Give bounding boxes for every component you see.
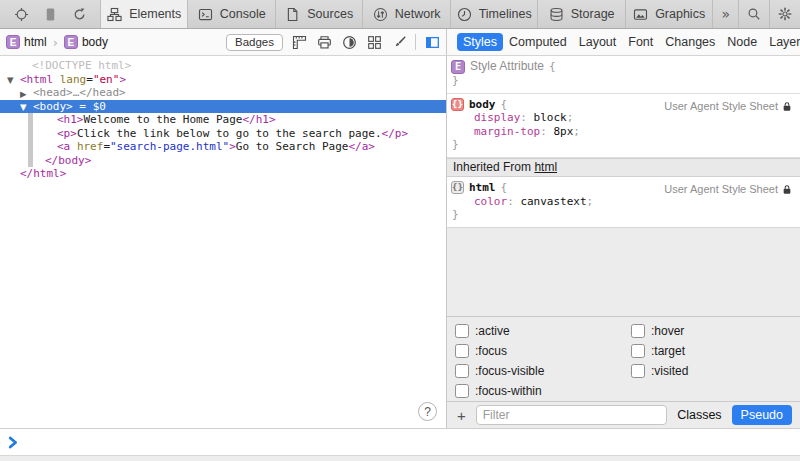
tab-layers[interactable]: Layers bbox=[763, 33, 800, 51]
code-token: </a> bbox=[348, 140, 375, 153]
lock-icon bbox=[782, 101, 792, 112]
code-token: </html> bbox=[20, 167, 66, 180]
dom-tree-row[interactable]: <p>Click the link below to go to the sea… bbox=[0, 127, 446, 141]
code-token: <a bbox=[57, 140, 70, 153]
device-icon[interactable] bbox=[41, 5, 59, 23]
children-indent-guide bbox=[28, 113, 33, 167]
pseudo-toggle-hover[interactable]: :hover bbox=[631, 324, 688, 338]
dom-tree-row[interactable]: <h1>Welcome to the Home Page</h1> bbox=[0, 113, 446, 127]
tab-label: Console bbox=[220, 7, 266, 21]
css-rule-html: {}html{User Agent Style Sheetcolor: canv… bbox=[447, 177, 800, 227]
open-brace: { bbox=[501, 181, 508, 195]
add-rule-button[interactable]: + bbox=[455, 407, 468, 424]
pseudo-toggle-target[interactable]: :target bbox=[631, 344, 688, 358]
dom-tree-row[interactable]: <!DOCTYPE html> bbox=[0, 59, 446, 73]
dom-tree-row[interactable]: </html> bbox=[0, 167, 446, 181]
pseudo-toggle-active[interactable]: :active bbox=[455, 324, 631, 338]
help-button[interactable]: ? bbox=[418, 402, 437, 421]
tab-sources[interactable]: Sources bbox=[276, 0, 363, 28]
pseudo-label: :target bbox=[651, 344, 685, 358]
sidebar-tabs: StylesComputedLayoutFontChangesNodeLayer… bbox=[447, 29, 800, 55]
lock-icon bbox=[782, 184, 792, 195]
grid-overlay-icon[interactable] bbox=[366, 34, 382, 50]
contrast-icon[interactable] bbox=[341, 34, 357, 50]
breadcrumb-label: body bbox=[82, 35, 108, 49]
pseudo-toggle-visited[interactable]: :visited bbox=[631, 364, 688, 378]
settings-button[interactable] bbox=[770, 0, 800, 28]
code-token: href bbox=[77, 140, 104, 153]
console-prompt-row[interactable] bbox=[0, 428, 800, 455]
tab-graphics[interactable]: Graphics bbox=[626, 0, 713, 28]
tab-console[interactable]: Console bbox=[188, 0, 275, 28]
web-inspector-window: ElementsConsoleSourcesNetworkTimelinesSt… bbox=[0, 0, 800, 461]
pseudo-toggle-focus-visible[interactable]: :focus-visible bbox=[455, 364, 631, 378]
styles-filter-input[interactable] bbox=[476, 405, 667, 425]
pseudo-button[interactable]: Pseudo bbox=[732, 405, 792, 425]
checkbox-icon[interactable] bbox=[631, 324, 645, 338]
css-property[interactable]: margin-top: 8px; bbox=[447, 125, 800, 139]
details-sidebar-toggle-button[interactable] bbox=[424, 34, 440, 50]
tab-font[interactable]: Font bbox=[622, 33, 659, 51]
main-tabs: ElementsConsoleSourcesNetworkTimelinesSt… bbox=[101, 0, 713, 28]
tab-node[interactable]: Node bbox=[721, 33, 763, 51]
code-token: </p> bbox=[382, 127, 409, 140]
dom-tree-row[interactable]: </body> bbox=[0, 154, 446, 168]
reload-icon[interactable] bbox=[70, 5, 88, 23]
badges-button[interactable]: Badges bbox=[226, 34, 283, 51]
toolbar-divider bbox=[415, 34, 416, 50]
matched-rule-icon: {} bbox=[451, 98, 464, 111]
ruler-icon[interactable] bbox=[291, 34, 307, 50]
tab-layout[interactable]: Layout bbox=[573, 33, 623, 51]
checkbox-icon[interactable] bbox=[455, 344, 469, 358]
rule-selector: Style Attribute bbox=[470, 60, 544, 74]
pseudo-label: :focus-visible bbox=[475, 364, 544, 378]
breadcrumb-label: html bbox=[24, 35, 47, 49]
tab-computed[interactable]: Computed bbox=[503, 33, 573, 51]
inherited-selector-link[interactable]: html bbox=[534, 160, 557, 174]
checkbox-icon[interactable] bbox=[631, 344, 645, 358]
element-badge-icon: E bbox=[451, 60, 465, 74]
dom-tree-row[interactable]: ▼<body> = $0 bbox=[0, 100, 446, 114]
code-token: "en" bbox=[93, 73, 120, 86]
pseudo-toggle-focus[interactable]: :focus bbox=[455, 344, 631, 358]
css-property[interactable]: color: canvastext; bbox=[447, 195, 800, 209]
tab-elements[interactable]: Elements bbox=[101, 0, 188, 28]
tab-timelines[interactable]: Timelines bbox=[451, 0, 538, 28]
dom-tree-row[interactable]: ▶<head>…</head> bbox=[0, 86, 446, 100]
search-button[interactable] bbox=[739, 0, 770, 28]
close-brace: } bbox=[447, 138, 800, 152]
css-property[interactable]: display: block; bbox=[447, 111, 800, 125]
classes-button[interactable]: Classes bbox=[675, 406, 723, 424]
inspector-tab-bar: ElementsConsoleSourcesNetworkTimelinesSt… bbox=[0, 0, 800, 29]
tab-styles[interactable]: Styles bbox=[457, 33, 503, 51]
code-token: = bbox=[103, 140, 110, 153]
attribute-value-link[interactable]: "search-page.html" bbox=[110, 140, 229, 153]
breadcrumb-item-body[interactable]: Ebody bbox=[64, 35, 108, 49]
paintbrush-icon[interactable] bbox=[391, 34, 407, 50]
pseudo-class-panel: :active:focus:focus-visible:focus-within… bbox=[447, 317, 800, 401]
code-token bbox=[53, 73, 60, 86]
checkbox-icon[interactable] bbox=[455, 364, 469, 378]
breadcrumb-item-html[interactable]: Ehtml bbox=[6, 35, 47, 49]
printer-icon[interactable] bbox=[316, 34, 332, 50]
css-rule-style-attribute: EStyle Attribute{} bbox=[447, 56, 800, 94]
checkbox-icon[interactable] bbox=[631, 364, 645, 378]
pseudo-label: :active bbox=[475, 324, 510, 338]
tab-storage[interactable]: Storage bbox=[538, 0, 625, 28]
tab-changes[interactable]: Changes bbox=[659, 33, 721, 51]
close-brace: } bbox=[447, 208, 800, 222]
inspect-target-icon[interactable] bbox=[12, 5, 30, 23]
rule-selector-row[interactable]: EStyle Attribute{ bbox=[447, 60, 800, 74]
tab-label: Graphics bbox=[655, 7, 705, 21]
code-token: Welcome to the Home Page bbox=[84, 113, 243, 126]
pseudo-toggle-focus-within[interactable]: :focus-within bbox=[455, 384, 631, 398]
styles-sidebar: EStyle Attribute{}{}body{User Agent Styl… bbox=[447, 56, 800, 428]
more-tabs-button[interactable]: » bbox=[713, 0, 739, 28]
code-token: <body> bbox=[33, 100, 73, 113]
dom-tree-row[interactable]: <a href="search-page.html">Go to Search … bbox=[0, 140, 446, 154]
tab-network[interactable]: Network bbox=[363, 0, 450, 28]
checkbox-icon[interactable] bbox=[455, 324, 469, 338]
checkbox-icon[interactable] bbox=[455, 384, 469, 398]
code-token: <head>…</head> bbox=[33, 86, 126, 99]
dom-tree-row[interactable]: ▼<html lang="en"> bbox=[0, 73, 446, 87]
